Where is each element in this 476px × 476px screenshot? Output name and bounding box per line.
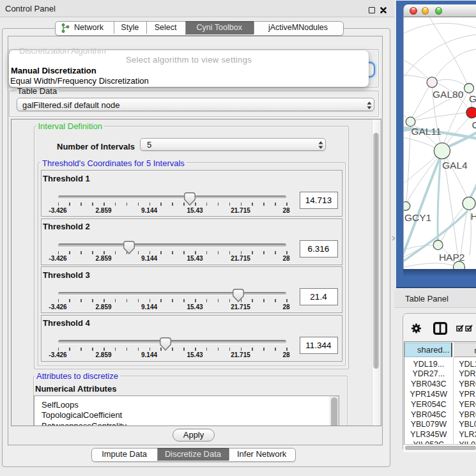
svg-text:GAL4: GAL4 xyxy=(442,160,468,171)
svg-text:HAP2: HAP2 xyxy=(439,252,465,263)
svg-text:GA: GA xyxy=(469,93,476,104)
svg-text:GAL80: GAL80 xyxy=(433,89,464,100)
svg-text:CY: CY xyxy=(472,119,476,130)
svg-text:GCY1: GCY1 xyxy=(404,212,431,223)
svg-text:GAL11: GAL11 xyxy=(411,126,441,137)
svg-text:HIS4: HIS4 xyxy=(471,211,476,222)
